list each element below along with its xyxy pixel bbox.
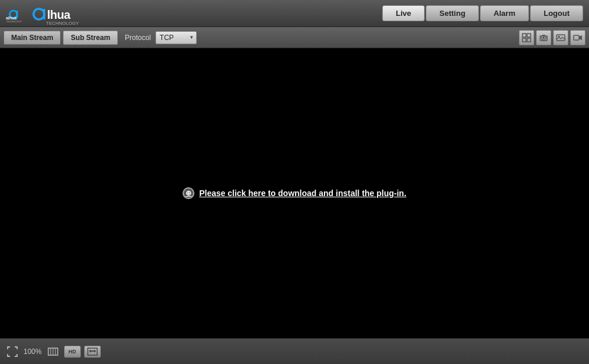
svg-point-16 xyxy=(558,35,560,37)
original-size-label: HD xyxy=(68,349,76,355)
svg-text:lhua: lhua xyxy=(47,8,71,21)
svg-text:TECHNOLOGY: TECHNOLOGY xyxy=(6,21,22,23)
fullscreen-button[interactable] xyxy=(5,344,20,359)
fit-icon xyxy=(87,348,98,356)
nav-buttons: Live Setting Alarm Logout xyxy=(382,5,583,21)
svg-rect-15 xyxy=(557,35,565,41)
screenshot-icon xyxy=(556,33,565,42)
svg-marker-14 xyxy=(542,35,545,36)
svg-rect-17 xyxy=(574,35,579,40)
header: alhua TECHNOLOGY lhua TECHNOLOGY Live Se… xyxy=(0,0,589,27)
sub-stream-button[interactable]: Sub Stream xyxy=(63,31,118,45)
zoom-level: 100% xyxy=(24,348,42,356)
svg-rect-8 xyxy=(527,34,531,37)
fit-button[interactable] xyxy=(84,346,101,358)
plugin-download-link[interactable]: ⊕ Please click here to download and inst… xyxy=(183,187,406,199)
setting-button[interactable]: Setting xyxy=(426,5,479,21)
svg-rect-7 xyxy=(522,34,526,37)
realtime-icon xyxy=(522,33,531,42)
original-size-button[interactable]: HD xyxy=(64,346,81,358)
logo-area: alhua TECHNOLOGY lhua TECHNOLOGY xyxy=(6,1,91,26)
toolbar-icons xyxy=(519,30,585,45)
protocol-label: Protocol xyxy=(125,34,151,42)
video-record-icon xyxy=(573,33,583,42)
stretch-icon xyxy=(48,346,58,357)
svg-rect-10 xyxy=(527,38,531,42)
fullscreen-icon xyxy=(7,346,18,357)
plugin-message-text: Please click here to download and instal… xyxy=(199,188,406,198)
screenshot-icon-btn[interactable] xyxy=(553,30,568,45)
logout-button[interactable]: Logout xyxy=(530,5,583,21)
live-button[interactable]: Live xyxy=(382,5,425,21)
stretch-button[interactable] xyxy=(45,344,61,359)
snapshot-icon-btn[interactable] xyxy=(536,30,551,45)
bottom-bar: 100% HD xyxy=(0,338,589,364)
main-stream-button[interactable]: Main Stream xyxy=(4,31,61,45)
svg-text:alhua: alhua xyxy=(6,16,16,20)
svg-rect-9 xyxy=(522,38,526,42)
snapshot-icon xyxy=(539,33,548,42)
brand-tagline: TECHNOLOGY xyxy=(46,21,91,26)
svg-point-4 xyxy=(34,9,44,19)
dahua-logo-icon: alhua TECHNOLOGY xyxy=(6,2,28,25)
svg-point-12 xyxy=(542,37,545,39)
video-area: ⊕ Please click here to download and inst… xyxy=(0,48,589,338)
video-record-icon-btn[interactable] xyxy=(570,30,585,45)
protocol-select[interactable]: TCP UDP Multicast xyxy=(155,31,197,44)
toolbar: Main Stream Sub Stream Protocol TCP UDP … xyxy=(0,27,589,48)
alarm-button[interactable]: Alarm xyxy=(480,5,529,21)
protocol-select-wrapper[interactable]: TCP UDP Multicast xyxy=(155,31,197,44)
plugin-download-icon: ⊕ xyxy=(183,187,194,199)
realtime-icon-btn[interactable] xyxy=(519,30,534,45)
